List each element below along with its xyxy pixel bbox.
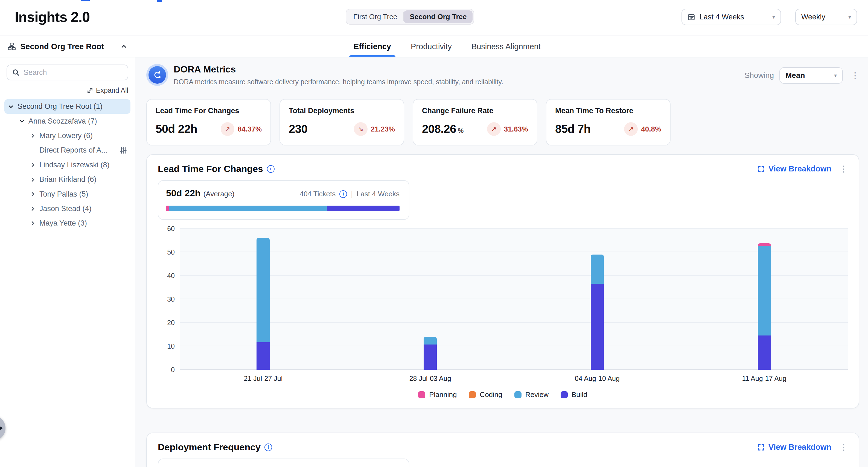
kebab-menu-icon[interactable]: ⋮ <box>840 443 848 452</box>
dora-cycle-icon <box>146 64 168 86</box>
tab-productivity[interactable]: Productivity <box>406 36 456 57</box>
stacked-bar-28-jul-03-aug[interactable] <box>424 337 437 370</box>
showing-label: Showing <box>745 71 774 80</box>
metric-value-row: 85d 7h↗40.8% <box>555 122 661 136</box>
y-tick-label: 10 <box>167 342 175 350</box>
metric-value-row: 50d 22h↗84.37% <box>156 122 262 136</box>
stacked-bar-11-aug-17-aug[interactable] <box>758 243 771 370</box>
tree-item-label: Brian Kirkland (6) <box>39 175 96 184</box>
metric-trend: ↗40.8% <box>624 122 661 136</box>
tree-item-jason-stead-4[interactable]: Jason Stead (4) <box>4 201 130 216</box>
metric-title: Change Failure Rate <box>422 106 528 115</box>
sidebar-collapse-button[interactable] <box>0 415 5 441</box>
app-header: Insights 2.0 First Org TreeSecond Org Tr… <box>0 0 868 36</box>
lead-time-card: Lead Time For Changes i View Breakdown ⋮ <box>146 154 859 408</box>
tree-item-label: Second Org Tree Root (1) <box>18 102 102 111</box>
bar-segment-build <box>758 336 771 370</box>
y-tick-label: 60 <box>167 225 175 233</box>
x-tick-label: 04 Aug-10 Aug <box>575 375 620 382</box>
trend-up-arrow-icon: ↗ <box>221 122 235 136</box>
expand-corners-icon <box>757 165 765 173</box>
main-area: EfficiencyProductivityBusiness Alignment… <box>135 36 868 467</box>
tree-item-label: Mary Lowery (6) <box>39 131 93 140</box>
calendar-icon <box>687 13 695 21</box>
stacked-bar-04-aug-10-aug[interactable] <box>591 254 604 370</box>
toggle-first-org-tree[interactable]: First Org Tree <box>347 10 403 23</box>
chevron-down-icon: ▾ <box>834 72 837 79</box>
section-title: Deployment Frequency <box>158 442 260 453</box>
section-title: Lead Time For Changes <box>158 163 263 174</box>
metric-trend: ↗31.63% <box>487 122 528 136</box>
x-tick-label: 11 Aug-17 Aug <box>742 375 786 382</box>
kebab-menu-icon[interactable]: ⋮ <box>851 71 859 80</box>
view-breakdown-button[interactable]: View Breakdown <box>757 164 831 173</box>
sidebar-header[interactable]: Second Org Tree Root <box>0 36 135 57</box>
granularity-dropdown[interactable]: Weekly ▾ <box>795 9 857 25</box>
y-tick-label: 30 <box>167 295 175 303</box>
tree-item-anna-scozzafava-7[interactable]: Anna Scozzafava (7) <box>4 114 130 128</box>
metric-card-total-deployments: Total Deployments230↘21.23% <box>279 99 404 146</box>
tree-item-maya-yette-3[interactable]: Maya Yette (3) <box>4 216 130 230</box>
gridline <box>180 299 848 299</box>
tree-item-label: Anna Scozzafava (7) <box>28 117 97 125</box>
chevron-right-icon[interactable] <box>28 191 37 197</box>
aggregation-value: Mean <box>785 71 805 80</box>
bar-segment-planning <box>758 243 771 246</box>
metric-card-lead-time-for-changes: Lead Time For Changes50d 22h↗84.37% <box>146 99 271 146</box>
x-axis: 21 Jul-27 Jul28 Jul-03 Aug04 Aug-10 Aug1… <box>180 375 848 383</box>
metric-unit: % <box>458 127 464 134</box>
trend-down-arrow-icon: ↘ <box>354 122 368 136</box>
kebab-menu-icon[interactable]: ⋮ <box>840 165 848 173</box>
legend-swatch <box>561 391 568 398</box>
trend-delta: 40.8% <box>641 125 661 133</box>
metric-trend: ↗84.37% <box>221 122 262 136</box>
gridline <box>180 369 848 370</box>
dora-title: DORA Metrics <box>174 64 503 75</box>
chevron-down-icon[interactable] <box>6 104 15 110</box>
chevron-up-icon[interactable] <box>121 43 127 50</box>
tree-item-second-org-tree-root-1[interactable]: Second Org Tree Root (1) <box>4 99 130 114</box>
chevron-right-icon[interactable] <box>28 206 37 212</box>
legend-swatch <box>469 391 476 398</box>
legend-label: Build <box>571 391 587 399</box>
org-tree-icon <box>8 42 16 51</box>
trend-up-arrow-icon: ↗ <box>487 122 501 136</box>
tab-efficiency[interactable]: Efficiency <box>349 36 396 57</box>
search-input[interactable] <box>24 68 123 77</box>
tree-item-direct-reports-of-a[interactable]: Direct Reports of A... <box>4 143 130 157</box>
aggregation-dropdown[interactable]: Mean ▾ <box>779 67 843 84</box>
info-icon[interactable]: i <box>339 190 347 198</box>
chevron-right-icon[interactable] <box>28 162 37 168</box>
tree-item-lindsay-liszewski-8[interactable]: Lindsay Liszewski (8) <box>4 158 130 172</box>
info-icon[interactable]: i <box>267 165 275 173</box>
sidebar: Second Org Tree Root Expand All Second O… <box>0 36 135 467</box>
metric-card-change-failure-rate: Change Failure Rate208.26%↗31.63% <box>413 99 537 146</box>
tree-item-label: Maya Yette (3) <box>39 219 87 227</box>
page-title: Insights 2.0 <box>15 9 90 25</box>
date-range-value: Last 4 Weeks <box>700 13 744 21</box>
gridline <box>180 322 848 323</box>
toggle-second-org-tree[interactable]: Second Org Tree <box>404 10 472 23</box>
tab-business-alignment[interactable]: Business Alignment <box>467 36 545 57</box>
chevron-down-icon[interactable] <box>18 118 26 124</box>
info-icon[interactable]: i <box>265 443 272 451</box>
date-range-dropdown[interactable]: Last 4 Weeks ▾ <box>681 9 781 25</box>
metric-value: 230 <box>289 123 307 135</box>
bar-segment-build <box>424 344 437 370</box>
tree-item-brian-kirkland-6[interactable]: Brian Kirkland (6) <box>4 172 130 187</box>
chevron-right-icon[interactable] <box>28 133 37 138</box>
clipped-top-artifact <box>81 0 90 1</box>
tree-item-mary-lowery-6[interactable]: Mary Lowery (6) <box>4 128 130 143</box>
chevron-right-icon[interactable] <box>28 177 37 183</box>
org-tree-toggle: First Org TreeSecond Org Tree <box>346 9 474 25</box>
metric-title: Total Deployments <box>289 106 395 115</box>
summary-qualifier: (Average) <box>204 190 235 198</box>
view-breakdown-button[interactable]: View Breakdown <box>757 443 831 452</box>
deployment-frequency-card: Deployment Frequency i View Breakdown ⋮ <box>146 433 859 467</box>
sliders-icon[interactable] <box>120 147 127 154</box>
expand-all-button[interactable]: Expand All <box>0 86 128 94</box>
bar-segment-build <box>591 284 604 370</box>
chevron-right-icon[interactable] <box>28 220 37 226</box>
tree-item-tony-pallas-5[interactable]: Tony Pallas (5) <box>4 187 130 201</box>
stacked-bar-21-jul-27-jul[interactable] <box>256 238 270 370</box>
